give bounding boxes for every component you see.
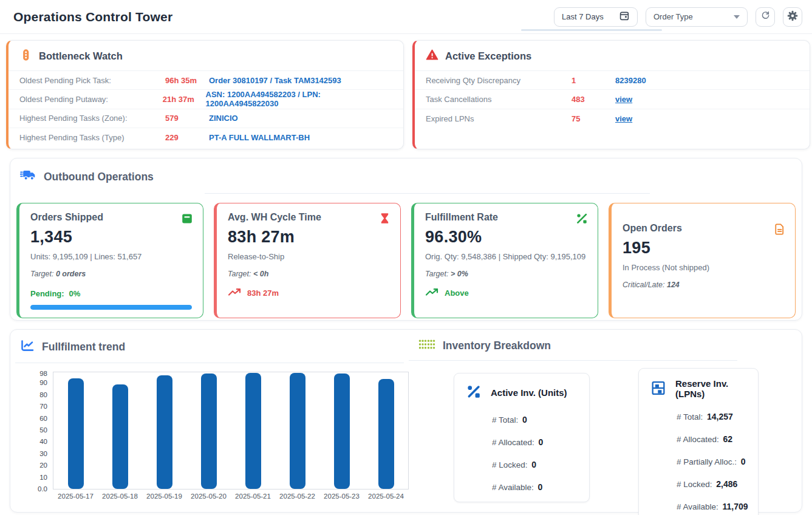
alert-row-label: Oldest Pending Pick Task: <box>19 76 165 85</box>
orders-shipped-subtitle: Units: 9,195,109 | Lines: 51,657 <box>30 252 192 261</box>
reserve-inventory-title: Reserve Inv. (LPNs) <box>675 378 747 399</box>
inventory-row: # Available: 11,709 <box>677 502 747 511</box>
chart-bar[interactable] <box>334 373 350 489</box>
date-range-filter[interactable]: Last 7 Days <box>554 7 638 27</box>
alert-row-link[interactable]: view <box>615 114 632 123</box>
active-inventory-card: Active Inv. (Units) # Total: 0# Allocate… <box>454 373 590 502</box>
warning-triangle-icon <box>426 49 438 64</box>
alert-row-value: 483 <box>571 95 615 104</box>
fulfilment-trend-title: Fullfilment trend <box>42 341 125 353</box>
alert-row-link[interactable]: PT-A FULL WALLMART-BH <box>209 133 310 142</box>
line-chart-icon <box>20 338 35 356</box>
archive-box-icon <box>180 212 194 228</box>
refresh-icon <box>760 10 771 23</box>
header-controls: Last 7 Days Order Type <box>554 7 802 27</box>
alert-row-value: 229 <box>165 133 209 142</box>
cycle-time-card: Avg. WH Cycle Time 83h 27m Release-to-Sh… <box>214 203 401 318</box>
alert-row-label: Task Cancellations <box>426 95 571 104</box>
orders-shipped-value: 1,345 <box>30 228 192 247</box>
alert-row-link[interactable]: 8239280 <box>615 76 646 85</box>
x-axis-tick-label: 2025-05-17 <box>58 493 94 500</box>
open-orders-critical: Critical/Late: 124 <box>623 281 784 289</box>
document-icon <box>773 223 786 238</box>
fulfilment-trend-header: Fullfilment trend <box>10 330 409 363</box>
alert-row-link[interactable]: ZINICIO <box>209 114 238 123</box>
alert-row-label: Expired LPNs <box>426 114 571 123</box>
fulfillment-rate-card: Fulfillment Rate 96.30% Orig. Qty: 9,548… <box>411 203 598 318</box>
alert-row-label: Oldest Pending Putaway: <box>19 95 163 104</box>
inventory-row: # Allocated: 62 <box>677 434 747 444</box>
active-exceptions-header: Active Exceptions <box>415 41 810 71</box>
refresh-button[interactable] <box>756 7 775 27</box>
inventory-cards: Active Inv. (Units) # Total: 0# Allocate… <box>409 361 802 515</box>
open-orders-title: Open Orders <box>623 223 784 234</box>
chart-bar[interactable] <box>157 375 172 489</box>
settings-button[interactable] <box>783 7 802 27</box>
alert-row: Task Cancellations483view <box>415 90 810 109</box>
fulfilment-trend-chart: 0.0102030405060708090982025-05-172025-05… <box>10 364 409 506</box>
orders-shipped-title: Orders Shipped <box>30 212 192 223</box>
alert-row-value: 21h 37m <box>163 95 206 104</box>
outbound-operations-section: Outbound Operations Orders Shipped 1,345… <box>10 158 802 321</box>
truck-icon <box>20 167 36 186</box>
y-axis-tick-label: 60 <box>39 415 47 422</box>
x-axis-tick-label: 2025-05-19 <box>146 493 182 500</box>
fulfilment-trend-panel: Fullfilment trend 0.01020304050607080909… <box>10 330 409 512</box>
x-axis-tick-label: 2025-05-18 <box>102 493 138 500</box>
bottleneck-watch-card: Bottleneck Watch Oldest Pending Pick Tas… <box>6 40 404 149</box>
x-axis-tick-label: 2025-05-22 <box>279 493 315 500</box>
alert-row-label: Highest Pending Tasks (Type) <box>19 133 165 142</box>
trend-up-green-icon <box>425 288 440 298</box>
percent-diagonal-icon <box>465 383 482 402</box>
alert-row: Oldest Pending Pick Task:96h 35mOrder 30… <box>9 71 403 90</box>
active-exceptions-title: Active Exceptions <box>445 50 531 62</box>
fulfillment-rate-subtitle: Orig. Qty: 9,548,386 | Shipped Qty: 9,19… <box>425 252 587 261</box>
y-axis-tick-label: 20 <box>39 462 47 469</box>
order-type-select[interactable]: Order Type <box>646 7 748 27</box>
cycle-time-value: 83h 27m <box>228 228 389 247</box>
alert-row: Highest Pending Tasks (Zone):579ZINICIO <box>9 109 403 128</box>
exceptions-rows: Receiving Qty Discrepancy18239280Task Ca… <box>415 71 810 128</box>
alert-row-label: Receiving Qty Discrepancy <box>426 76 571 85</box>
alert-row-link[interactable]: Order 30810197 / Task TAM3142593 <box>209 76 341 85</box>
y-axis-tick-label: 0.0 <box>38 485 47 493</box>
active-exceptions-card: Active Exceptions Receiving Qty Discrepa… <box>412 40 810 149</box>
y-axis-tick-label: 70 <box>39 403 47 410</box>
inventory-row: # Total: 0 <box>492 415 578 425</box>
alert-row: Oldest Pending Putaway:21h 37mASN: 1200A… <box>9 90 403 109</box>
chart-bar[interactable] <box>112 384 128 489</box>
chart-bar[interactable] <box>68 378 84 489</box>
orders-shipped-pending: Pending: 0% <box>30 289 80 298</box>
outbound-operations-title: Outbound Operations <box>44 171 154 183</box>
dots-grid-icon <box>418 338 435 353</box>
alert-row-link[interactable]: view <box>615 95 632 104</box>
hourglass-icon <box>378 212 391 227</box>
trend-up-red-icon <box>228 288 242 298</box>
chart-bar[interactable] <box>245 373 261 489</box>
y-axis-tick-label: 50 <box>39 426 47 434</box>
chart-plot-area: 0.0102030405060708090982025-05-172025-05… <box>53 372 409 489</box>
inventory-row: # Locked: 0 <box>492 460 578 469</box>
fulfillment-rate-value: 96.30% <box>425 228 587 247</box>
alert-row-link[interactable]: ASN: 1200AA494582203 / LPN: 1200AA494582… <box>206 90 392 108</box>
y-axis-tick-label: 80 <box>39 391 47 398</box>
orders-shipped-card: Orders Shipped 1,345 Units: 9,195,109 | … <box>16 203 203 318</box>
x-axis-tick-label: 2025-05-24 <box>368 493 404 500</box>
order-type-label: Order Type <box>653 12 693 21</box>
alert-row-label: Highest Pending Tasks (Zone): <box>19 114 165 123</box>
chart-bar[interactable] <box>290 373 305 489</box>
reserve-inventory-rows: # Total: 14,257# Allocated: 62# Partiall… <box>677 412 747 511</box>
open-orders-subtitle: In Process (Not shipped) <box>623 263 784 272</box>
cycle-time-title: Avg. WH Cycle Time <box>228 212 389 223</box>
active-inventory-rows: # Total: 0# Allocated: 0# Locked: 0# Ava… <box>492 415 578 492</box>
y-axis-tick-label: 40 <box>39 438 47 445</box>
header-scrollbar-thumb[interactable] <box>521 29 662 31</box>
chart-bar[interactable] <box>201 373 217 489</box>
reserve-inventory-card: Reserve Inv. (LPNs) # Total: 14,257# All… <box>638 368 759 515</box>
y-axis-tick-label: 98 <box>39 370 47 377</box>
alert-row-value: 579 <box>165 114 209 123</box>
alert-cards-row: Bottleneck Watch Oldest Pending Pick Tas… <box>0 34 812 149</box>
inventory-row: # Total: 14,257 <box>677 412 747 421</box>
chart-bar[interactable] <box>378 379 394 489</box>
inventory-row: # Partially Alloc.: 0 <box>677 457 747 466</box>
